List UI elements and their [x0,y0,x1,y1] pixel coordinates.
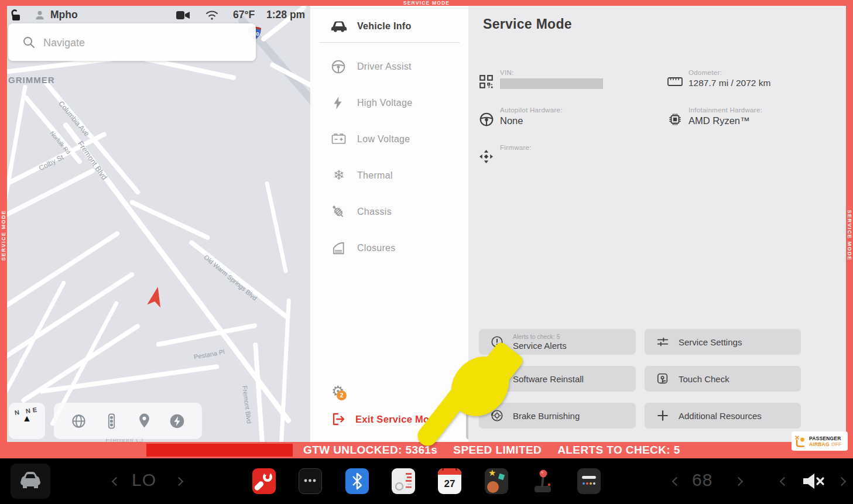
field-autopilot-hardware: Autopilot Hardware: None [479,107,563,127]
airbag-line1: PASSENGER [809,436,841,441]
field-firmware: Firmware: [479,144,532,164]
service-app-icon[interactable] [252,468,276,494]
arcade-app-icon[interactable] [531,468,554,494]
banner-alerts-to-check: ALERTS TO CHECK: 5 [557,444,680,457]
menu-item-chassis[interactable]: Chassis [310,199,468,225]
map-road [253,342,265,442]
firmware-icon [479,149,494,164]
button-label: Touch Check [679,374,729,384]
door-icon [331,241,347,256]
unlock-icon[interactable] [8,8,22,22]
map-road [156,323,257,347]
map-road [39,364,219,394]
field-infotainment-hardware: Infotainment Hardware: AMD Ryzen™ [667,107,762,127]
menu-item-label: Low Voltage [357,134,410,145]
street-label: Fremont Blvd [241,385,253,424]
toy-square-icon [498,474,505,480]
wifi-icon[interactable] [205,9,219,20]
map-road [129,199,210,241]
redacted-banner-segment [146,444,293,457]
field-label: Odometer: [688,69,770,76]
suspension-icon [331,204,347,220]
field-label: VIN: [500,69,603,76]
service-menu: Vehicle Info Driver Assist High Voltage … [310,6,468,442]
driver-temperature[interactable]: LO [132,470,156,490]
passenger-temp-down-chevron[interactable] [672,477,681,486]
compass[interactable]: N NE ▲ [9,403,45,439]
tuner-app-icon[interactable] [392,468,415,494]
driver-temp-down-chevron[interactable] [112,477,121,486]
brake-disc-icon [491,409,503,422]
dashcam-icon[interactable] [176,10,190,20]
menu-item-driver-assist[interactable]: Driver Assist [310,54,468,80]
toybox-app-icon[interactable]: ★ [485,468,508,494]
vehicle-location-arrow [145,284,166,310]
map-pin-icon[interactable] [137,413,152,429]
search-input[interactable] [42,23,244,62]
notification-badge: 2 [337,390,347,400]
service-mode-label: SERVICE MODE [1,210,6,261]
map-road [23,94,83,164]
lightning-icon [331,95,347,111]
menu-item-thermal[interactable]: ❄ Thermal [310,163,468,188]
navigation-map[interactable]: GRIMMER Columbia Ave Norfolk Rd Fremont … [7,6,310,442]
additional-resources-button[interactable]: Additional Resources [645,403,801,428]
brake-burnishing-button[interactable]: Brake Burnishing [479,403,636,428]
car-controls-button[interactable] [11,464,50,499]
field-odometer: Odometer: 1287.7 mi / 2072 km [667,69,770,92]
touch-icon [656,372,669,385]
airbag-icon [794,435,806,448]
charging-stations-icon[interactable] [169,413,185,429]
field-value: 1287.7 mi / 2072 km [688,78,770,88]
bluetooth-icon[interactable] [345,468,369,494]
touch-check-button[interactable]: Touch Check [645,366,801,392]
menu-item-vehicle-info[interactable]: Vehicle Info [310,13,468,39]
alerts-count-sublabel: Alerts to check: 5 [513,333,567,340]
alert-circle-icon [491,335,503,348]
driver-profile-icon[interactable] [33,9,46,22]
plus-icon [656,409,669,422]
menu-item-closures[interactable]: Closures [310,235,468,261]
banner-text: GTW UNLOCKED: 5361s SPEED LIMITED ALERTS… [303,442,696,458]
service-mode-label: SERVICE MODE [847,210,852,261]
driver-temp-up-chevron[interactable] [174,477,184,486]
calendar-icon[interactable]: 27 [438,468,461,494]
map-area-label: GRIMMER [8,75,55,85]
taskbar: LO 27 ★ 68 [0,458,853,504]
map-style-globe-icon[interactable] [71,413,87,429]
menu-item-high-voltage[interactable]: High Voltage [310,90,468,116]
chip-icon [667,112,683,127]
traffic-lights-icon[interactable] [104,413,119,429]
passenger-temp-up-chevron[interactable] [734,477,744,486]
more-apps-icon[interactable] [299,468,322,494]
svg-text:27: 27 [444,478,455,489]
volume-down-chevron[interactable] [780,477,789,486]
service-settings-button[interactable]: Service Settings [645,329,801,355]
volume-muted-icon[interactable] [800,471,828,491]
service-alerts-button[interactable]: Alerts to check: 5 Service Alerts [479,329,636,355]
service-settings-gear[interactable]: ⚙ 2 [331,383,355,406]
map-road [265,181,288,273]
menu-item-low-voltage[interactable]: Low Voltage [310,126,468,152]
button-label: Additional Resources [679,411,762,421]
menu-item-label: Closures [357,243,396,253]
field-value: AMD Ryzen™ [688,115,762,126]
steering-wheel-icon [331,59,347,74]
profile-name[interactable]: Mpho [50,9,78,21]
street-label: Pestana Pl [193,348,225,361]
software-reinstall-button[interactable]: Software Reinstall [479,366,636,392]
button-label: Service Alerts [513,341,567,351]
navigate-search-box[interactable] [8,23,256,61]
service-alert-banner: GTW UNLOCKED: 5361s SPEED LIMITED ALERTS… [0,442,853,458]
snowflake-icon: ❄ [331,168,347,183]
clock: 1:28 pm [266,9,305,21]
boombox-app-icon[interactable] [577,468,601,494]
volume-up-chevron[interactable] [837,477,847,486]
service-mode-screen: SERVICE MODE SERVICE MODE SERVICE MODE [0,0,853,504]
airbag-line2-value: OFF [831,441,842,447]
passenger-temperature[interactable]: 68 [692,470,712,490]
menu-item-label: High Voltage [357,98,412,108]
qr-code-icon [479,74,494,90]
menu-item-label: Chassis [357,207,392,217]
exit-service-mode-button[interactable]: Exit Service Mode [330,411,441,427]
